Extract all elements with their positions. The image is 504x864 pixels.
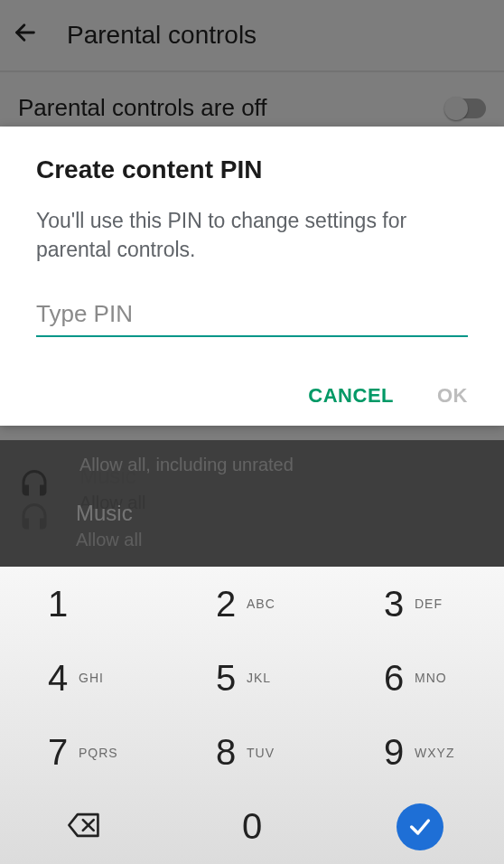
key-backspace[interactable] — [0, 790, 168, 864]
cancel-button[interactable]: CANCEL — [308, 384, 394, 408]
numeric-keypad: 1 2ABC 3DEF 4GHI 5JKL 6MNO 7PQRS 8TUV 9W… — [0, 567, 504, 864]
key-8[interactable]: 8TUV — [168, 716, 336, 790]
ok-button[interactable]: OK — [437, 384, 468, 408]
key-enter[interactable] — [336, 790, 504, 864]
key-1[interactable]: 1 — [0, 567, 168, 641]
pin-input[interactable] — [36, 295, 468, 337]
key-4[interactable]: 4GHI — [0, 641, 168, 715]
dialog-actions: CANCEL OK — [36, 384, 468, 408]
dialog-description: You'll use this PIN to change settings f… — [36, 206, 468, 264]
key-3[interactable]: 3DEF — [336, 567, 504, 641]
key-5[interactable]: 5JKL — [168, 641, 336, 715]
backspace-icon — [67, 812, 101, 842]
key-2[interactable]: 2ABC — [168, 567, 336, 641]
key-7[interactable]: 7PQRS — [0, 716, 168, 790]
checkmark-icon — [397, 803, 443, 850]
dialog-title: Create content PIN — [36, 155, 468, 184]
key-6[interactable]: 6MNO — [336, 641, 504, 715]
key-0[interactable]: 0 — [168, 790, 336, 864]
key-9[interactable]: 9WXYZ — [336, 716, 504, 790]
create-pin-dialog: Create content PIN You'll use this PIN t… — [0, 127, 504, 426]
